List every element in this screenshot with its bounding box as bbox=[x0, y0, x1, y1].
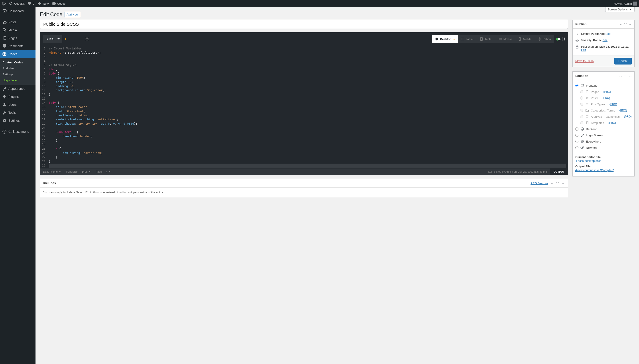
location-radio-login[interactable] bbox=[575, 134, 578, 137]
last-edited-text: Last edited by Admin on May 23, 2021 at … bbox=[488, 170, 547, 173]
location-radio-categories[interactable] bbox=[580, 109, 583, 112]
panel-up-icon[interactable]: ︿ bbox=[619, 74, 622, 78]
sidebar-item-appearance[interactable]: Appearance bbox=[0, 85, 36, 93]
sidebar-subitem-add-new[interactable]: Add New bbox=[0, 66, 36, 72]
move-to-trash-link[interactable]: Move to Trash bbox=[575, 60, 593, 63]
enable-toggle[interactable] bbox=[556, 38, 559, 40]
device-tab-mobile-l[interactable]: Mobile bbox=[495, 35, 515, 43]
code-textarea[interactable]: 1234567891011121314151617181920212223242… bbox=[40, 46, 568, 168]
panel-collapse-icon[interactable]: ︿ bbox=[562, 181, 565, 185]
device-tab-label: Tablet bbox=[466, 38, 473, 41]
pro-link[interactable]: PRO bbox=[625, 115, 630, 118]
help-icon[interactable]: ? bbox=[85, 37, 89, 41]
key-icon bbox=[580, 133, 584, 137]
edit-visibility-link[interactable]: Edit bbox=[603, 38, 607, 42]
sidebar-item-label: Settings bbox=[9, 119, 20, 122]
new-content[interactable]: New bbox=[38, 2, 49, 6]
location-label: Archives / Taxonomies bbox=[591, 115, 620, 118]
location-label: Posts bbox=[591, 96, 598, 100]
wp-logo[interactable] bbox=[2, 2, 6, 6]
panel-collapse-icon[interactable]: ︿ bbox=[629, 22, 632, 26]
screen-options-toggle[interactable]: Screen Options ▼ bbox=[605, 7, 634, 12]
template-icon bbox=[585, 121, 589, 125]
panel-up-icon[interactable]: ︿ bbox=[551, 181, 554, 185]
location-radio-posttypes[interactable] bbox=[580, 103, 583, 106]
sidebar-subitem-upgrade[interactable]: Upgrade ➤ bbox=[0, 77, 36, 83]
fullscreen-icon[interactable] bbox=[561, 37, 565, 41]
pro-link[interactable]: PRO bbox=[609, 121, 615, 124]
sidebar-item-dashboard[interactable]: Dashboard bbox=[0, 7, 36, 15]
panel-collapse-icon[interactable]: ︿ bbox=[629, 74, 632, 78]
pro-link[interactable]: PRO bbox=[604, 90, 610, 93]
calendar-icon bbox=[575, 45, 579, 49]
sidebar-item-users[interactable]: Users bbox=[0, 101, 36, 108]
fontsize-select[interactable]: Font Size: 14px ▼ bbox=[66, 170, 91, 173]
edit-date-link[interactable]: Edit bbox=[581, 48, 586, 52]
pro-link[interactable]: PRO bbox=[620, 109, 626, 112]
pro-link[interactable]: PRO bbox=[610, 103, 616, 106]
sidebar-item-tools[interactable]: Tools bbox=[0, 108, 36, 116]
sidebar-item-plugins[interactable]: Plugins bbox=[0, 93, 36, 101]
panel-down-icon[interactable]: ﹀ bbox=[624, 74, 627, 78]
location-radio-everywhere[interactable] bbox=[575, 140, 578, 143]
site-name[interactable]: CodeKit bbox=[9, 2, 25, 6]
svg-point-16 bbox=[581, 135, 582, 136]
sidebar-item-label: Plugins bbox=[9, 95, 19, 98]
device-tab-tablet-l[interactable]: Tablet bbox=[458, 35, 477, 43]
status-value: Published bbox=[591, 32, 605, 36]
location-radio-nowhere[interactable] bbox=[575, 146, 578, 149]
howdy-text: Howdy, Admin bbox=[614, 2, 632, 5]
current-file-link[interactable]: 4-scss-desktop.scss bbox=[575, 159, 632, 162]
panel-down-icon[interactable]: ﹀ bbox=[624, 22, 627, 26]
pro-link[interactable]: PRO bbox=[603, 96, 609, 100]
edit-status-link[interactable]: Edit bbox=[605, 32, 610, 36]
sidebar-subitem-custom-codes[interactable]: Custom Codes bbox=[0, 60, 36, 66]
location-label: Frontend bbox=[586, 84, 597, 87]
location-title: Location bbox=[575, 74, 588, 78]
sidebar-item-pages[interactable]: Pages bbox=[0, 34, 36, 42]
sidebar-item-settings[interactable]: Settings bbox=[0, 116, 36, 124]
location-radio-frontend[interactable] bbox=[575, 84, 578, 87]
sidebar-item-codes[interactable]: Codes bbox=[0, 50, 36, 58]
location-radio-templates[interactable] bbox=[580, 121, 583, 124]
status-label: Status: bbox=[581, 32, 590, 36]
device-tab-desktop[interactable]: Desktop bbox=[432, 35, 458, 43]
device-tab-label: Tablet bbox=[485, 38, 492, 41]
panel-up-icon[interactable]: ︿ bbox=[619, 22, 622, 26]
location-radio-backend[interactable] bbox=[575, 128, 578, 130]
sidebar-item-label: Media bbox=[9, 28, 17, 32]
panel-down-icon[interactable]: ﹀ bbox=[556, 181, 559, 185]
device-tab-mobile-p[interactable]: Mobile bbox=[515, 35, 534, 43]
language-select[interactable]: SCSS bbox=[43, 35, 62, 43]
svg-rect-8 bbox=[519, 38, 520, 40]
howdy-account[interactable]: Howdy, Admin bbox=[614, 2, 637, 6]
includes-desc: You can simply include a file or URL to … bbox=[40, 188, 568, 197]
location-label: Templates bbox=[591, 121, 604, 124]
comments-bubble[interactable]: 0 bbox=[28, 2, 34, 6]
theme-select[interactable]: Dark Theme ▼ bbox=[43, 170, 61, 173]
svg-rect-11 bbox=[581, 84, 584, 86]
output-file-link[interactable]: 4-scss-output.scss (Compiled) bbox=[575, 168, 632, 172]
location-radio-posts[interactable] bbox=[580, 96, 583, 100]
output-button[interactable]: OUTPUT bbox=[550, 168, 568, 175]
device-tab-tablet-p[interactable]: Tablet bbox=[477, 35, 495, 43]
code-editor: SCSS ? Desktop Tablet Tablet Mobile bbox=[40, 32, 568, 175]
pro-feature-link[interactable]: PRO Feature bbox=[530, 182, 548, 185]
sidebar-item-collapse[interactable]: Collapse menu bbox=[0, 128, 36, 136]
code-title-input[interactable] bbox=[40, 20, 568, 29]
location-radio-archives[interactable] bbox=[580, 115, 583, 118]
adminbar-codes[interactable]: Codes bbox=[52, 2, 66, 6]
wordpress-icon bbox=[580, 127, 584, 131]
sidebar-submenu: Custom Codes Add New Settings Upgrade ➤ bbox=[0, 58, 36, 85]
update-button[interactable]: Update bbox=[614, 58, 632, 64]
device-tab-retina[interactable]: Retina bbox=[534, 35, 554, 43]
sidebar-subitem-settings[interactable]: Settings bbox=[0, 72, 36, 77]
add-new-button[interactable]: Add New bbox=[65, 12, 80, 17]
includes-panel: Includes PRO Feature ︿ ﹀ ︿ You can simpl… bbox=[40, 179, 568, 197]
location-radio-pages[interactable] bbox=[580, 90, 583, 93]
tabs-select[interactable]: Tabs: 4 ▼ bbox=[96, 170, 111, 173]
sidebar-item-media[interactable]: Media bbox=[0, 26, 36, 34]
location-label: Everywhere bbox=[586, 140, 601, 143]
sidebar-item-posts[interactable]: Posts bbox=[0, 18, 36, 26]
sidebar-item-comments[interactable]: Comments bbox=[0, 42, 36, 50]
